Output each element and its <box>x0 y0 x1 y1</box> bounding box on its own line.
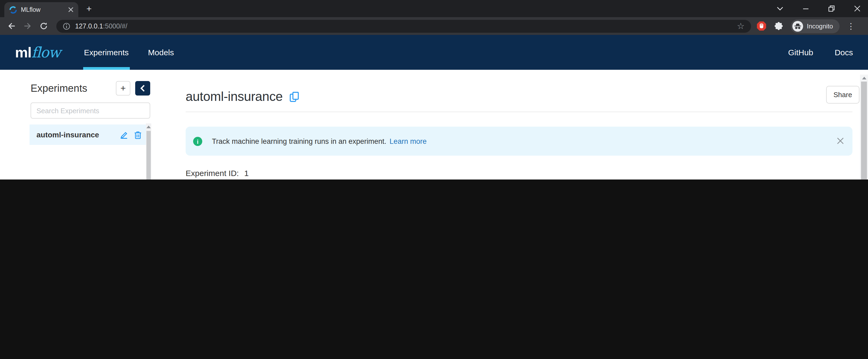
extensions-puzzle-icon[interactable] <box>771 19 785 33</box>
incognito-spy-icon <box>793 21 803 31</box>
sidebar-item-automl-insurance[interactable]: automl-insurance <box>30 124 147 145</box>
incognito-label: Incognito <box>807 22 833 30</box>
scrollbar-thumb[interactable] <box>147 131 151 179</box>
page-title: automl-insurance <box>186 89 283 104</box>
nav-models[interactable]: Models <box>148 35 174 70</box>
incognito-badge: Incognito <box>791 19 839 33</box>
new-tab-button[interactable]: + <box>84 4 94 13</box>
scroll-up-arrow-icon[interactable] <box>862 77 866 80</box>
experiment-name: automl-insurance <box>36 130 114 139</box>
bookmark-star-icon[interactable]: ☆ <box>737 22 745 30</box>
divider <box>186 112 852 112</box>
collapse-sidebar-button[interactable] <box>135 81 150 95</box>
copy-icon[interactable] <box>290 91 299 102</box>
banner-text: Track machine learning training runs in … <box>212 137 386 145</box>
mlflow-header: mlflow Experiments Models GitHub Docs <box>0 35 868 70</box>
reload-icon[interactable] <box>37 20 50 32</box>
info-icon: i <box>193 137 202 146</box>
close-window-icon[interactable] <box>854 5 861 12</box>
minimize-icon[interactable] <box>803 5 809 12</box>
url-text: 127.0.0.1:5000/#/ <box>75 22 127 30</box>
scrollbar-thumb[interactable] <box>861 82 867 179</box>
mlflow-logo[interactable]: mlflow <box>15 44 60 61</box>
search-experiments-input[interactable] <box>31 102 150 119</box>
tab-title: MLflow <box>21 6 64 13</box>
sidebar-scrollbar[interactable] <box>146 123 151 179</box>
info-banner: i Track machine learning training runs i… <box>186 127 852 156</box>
window-controls <box>774 0 868 17</box>
experiment-page: Share automl-insurance i Track machine l… <box>157 70 868 179</box>
adblock-extension-icon[interactable] <box>754 19 768 33</box>
restore-icon[interactable] <box>828 5 835 12</box>
tab-close-icon[interactable] <box>68 7 73 12</box>
back-icon[interactable] <box>5 20 18 32</box>
learn-more-link[interactable]: Learn more <box>390 137 427 145</box>
banner-close-icon[interactable] <box>837 138 844 144</box>
chevron-left-icon <box>140 85 145 92</box>
add-experiment-button[interactable]: + <box>116 81 130 95</box>
github-link[interactable]: GitHub <box>788 48 813 57</box>
experiments-sidebar: Experiments + automl-insurance <box>0 70 157 179</box>
browser-menu-icon[interactable]: ⋮ <box>847 21 854 31</box>
browser-tab-mlflow[interactable]: MLflow <box>4 2 78 17</box>
tab-strip: MLflow + <box>0 0 868 17</box>
share-button[interactable]: Share <box>826 86 860 103</box>
address-bar[interactable]: 127.0.0.1:5000/#/ ☆ <box>56 20 751 32</box>
site-info-icon[interactable] <box>63 22 70 30</box>
nav-experiments[interactable]: Experiments <box>84 35 129 70</box>
mlflow-favicon-icon <box>9 6 17 14</box>
tab-search-icon[interactable] <box>777 6 783 11</box>
page-scrollbar[interactable] <box>860 74 868 179</box>
browser-toolbar: 127.0.0.1:5000/#/ ☆ <box>0 17 868 35</box>
experiment-id-value: 1 <box>244 169 249 178</box>
forward-icon[interactable] <box>21 20 34 32</box>
experiment-id-label: Experiment ID: <box>186 169 239 178</box>
sidebar-title: Experiments <box>31 82 116 94</box>
docs-link[interactable]: Docs <box>835 48 853 57</box>
scroll-up-arrow-icon[interactable] <box>147 126 151 128</box>
delete-experiment-icon[interactable] <box>134 131 142 139</box>
edit-experiment-icon[interactable] <box>120 131 128 139</box>
browser-window: MLflow + <box>0 0 868 179</box>
